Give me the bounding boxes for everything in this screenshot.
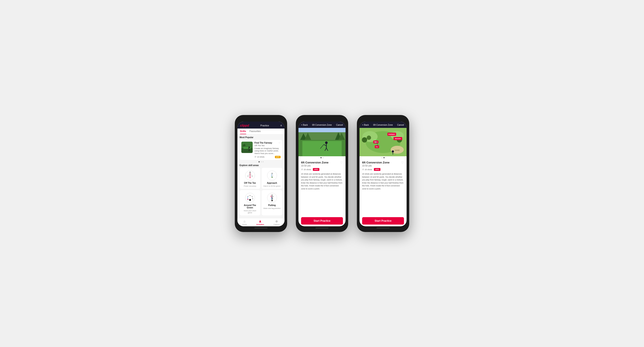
skill-card-around-green[interactable]: Around The Green Hone your short game	[240, 190, 260, 215]
skill-name-ott: Off The Tee	[244, 182, 256, 184]
tab-drills[interactable]: Drills	[240, 129, 246, 134]
clock-icon: ⏱	[254, 156, 256, 158]
skill-grid: Off The Tee Power accuracy	[240, 168, 282, 215]
svg-point-3	[248, 147, 250, 148]
capture-label: Capture	[274, 223, 280, 225]
favourite-icon[interactable]: ♡	[278, 142, 280, 144]
phone-2-screen: < Back 6ft Conversion Zone Cancel	[298, 122, 346, 226]
svg-point-19	[252, 176, 252, 176]
start-practice-button-2[interactable]: Start Practice	[301, 217, 343, 225]
drill-description-2: 20 shots are randomly generated at dista…	[301, 173, 343, 190]
svg-text:FAIRWAY: FAIRWAY	[388, 134, 395, 135]
phone1-content: Most Popular	[238, 134, 284, 218]
home-icon: ⌂	[244, 220, 245, 223]
badge-arg-2: ARG	[313, 168, 320, 171]
skill-card-off-the-tee[interactable]: Off The Tee Power accuracy	[240, 168, 260, 189]
header-title: Practice	[260, 124, 269, 127]
activities-icon: ♟	[259, 220, 262, 223]
explore-label: Explore skill areas	[240, 164, 282, 167]
back-button-3[interactable]: < Back	[362, 124, 369, 126]
start-practice-button-3[interactable]: Start Practice	[362, 217, 404, 225]
svg-point-38	[273, 196, 274, 197]
approach-icon	[267, 170, 278, 181]
tab-bar: Drills Favourites	[238, 129, 284, 134]
nav-home[interactable]: ⌂ Home	[242, 220, 247, 225]
off-the-tee-icon	[244, 170, 256, 181]
svg-point-35	[270, 196, 272, 197]
phone1-header: clippd Practice ≡	[238, 122, 284, 129]
cancel-button-2[interactable]: Cancel	[336, 124, 343, 126]
svg-point-26	[245, 193, 255, 203]
drill-card-find-fairway[interactable]: Find The Fairway Off The Tee Create an i…	[240, 140, 282, 160]
back-button-2[interactable]: < Back	[301, 124, 308, 126]
svg-point-61	[367, 136, 371, 140]
svg-point-11	[250, 172, 250, 173]
drill-description-3: 20 shots are randomly generated at dista…	[362, 173, 404, 190]
svg-point-40	[272, 200, 273, 201]
phone-notch-3	[376, 119, 391, 121]
phone2-header: < Back 6ft Conversion Zone Cancel	[298, 122, 346, 128]
drill-meta-2: ⏱ 20 shots ARG	[301, 168, 343, 171]
phone3-content: 6ft Conversion Zone 10-50 yds ♡ ⏱ 20 sho…	[360, 159, 406, 215]
skill-desc-ott: Power accuracy	[244, 185, 256, 187]
phone-home-bar-3	[376, 228, 390, 228]
dot-1	[258, 161, 260, 162]
phone-notch-2	[314, 119, 330, 121]
clock-icon-2: ⏱	[301, 168, 303, 171]
phone-home-bar-2	[316, 228, 328, 228]
svg-point-72	[392, 150, 394, 153]
favourite-icon-2[interactable]: ♡	[340, 161, 343, 164]
drill-thumbnail	[241, 142, 253, 153]
phone-3: < Back 6ft Conversion Zone Cancel	[357, 115, 409, 232]
drill-info: Find The Fairway Off The Tee Create an i…	[254, 142, 280, 158]
skill-desc-putting: Make and lag practice	[263, 207, 280, 209]
drill-range-3: 10-50 yds	[362, 165, 390, 167]
skill-name-approach: Approach	[267, 182, 277, 184]
drill-title: Find The Fairway	[254, 142, 280, 144]
dot-1	[382, 157, 382, 158]
drill-meta: ⏱ 10 shots OTT	[254, 156, 280, 158]
svg-point-71	[375, 141, 376, 143]
svg-point-37	[271, 198, 272, 199]
shots-info-2: ⏱ 20 shots	[301, 168, 311, 171]
phone2-content: 6ft Conversion Zone 10-50 yds ♡ ⏱ 20 sho…	[298, 159, 346, 215]
drill-name-3: 6ft Conversion Zone	[362, 161, 390, 164]
shots-info-3: ⏱ 20 shots	[362, 168, 372, 171]
image-dots-3	[360, 156, 406, 159]
skill-card-putting[interactable]: Putting Make and lag practice	[262, 190, 282, 215]
favourite-icon-3[interactable]: ♡	[401, 161, 404, 164]
svg-point-31	[249, 199, 251, 201]
skill-card-approach[interactable]: Approach Dial-in to hit the green	[262, 168, 282, 189]
tab-favourites[interactable]: Favourites	[250, 129, 261, 134]
around-green-icon	[244, 192, 256, 203]
nav-capture[interactable]: ⊕ Capture	[274, 220, 280, 225]
svg-point-39	[272, 198, 273, 199]
drill-image-map: FAIRWAY ROUGH Miss Hit SAND	[360, 128, 406, 156]
drill-thumb-image	[241, 142, 253, 153]
badge-arg-3: ARG	[374, 168, 380, 171]
drill-range-2: 10-50 yds	[301, 165, 328, 167]
cancel-button-3[interactable]: Cancel	[397, 124, 404, 126]
drill-name-2: 6ft Conversion Zone	[301, 161, 328, 164]
svg-point-32	[248, 199, 248, 200]
nav-activities[interactable]: ♟ Activities	[256, 220, 264, 225]
capture-icon: ⊕	[275, 220, 278, 223]
phone-home-bar	[254, 228, 268, 228]
svg-point-17	[250, 177, 250, 178]
drill-image-golf	[298, 128, 346, 156]
drill-meta-3: ⏱ 20 shots ARG	[362, 168, 404, 171]
clock-icon-3: ⏱	[362, 168, 364, 171]
phone-2: < Back 6ft Conversion Zone Cancel	[296, 115, 348, 232]
phone-1-screen: clippd Practice ≡ Drills Favourites Most…	[238, 122, 284, 226]
header-title-3: 6ft Conversion Zone	[373, 124, 393, 126]
putting-icon	[267, 192, 278, 203]
bottom-nav: ⌂ Home ♟ Activities ⊕ Capture	[238, 218, 284, 226]
svg-point-45	[325, 141, 328, 144]
dot-2	[260, 161, 262, 162]
phone-1: clippd Practice ≡ Drills Favourites Most…	[235, 115, 287, 232]
menu-icon[interactable]: ≡	[280, 124, 282, 127]
carousel-dots	[240, 161, 282, 162]
skill-name-atg: Around The Green	[241, 204, 258, 209]
svg-rect-1	[241, 148, 253, 153]
svg-point-36	[271, 197, 272, 198]
